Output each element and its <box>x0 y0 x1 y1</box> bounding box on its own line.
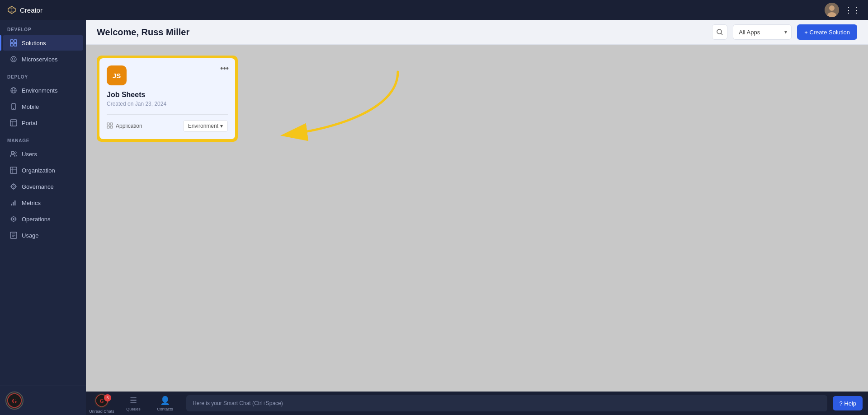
svg-point-17 <box>11 151 14 154</box>
svg-point-22 <box>11 184 16 189</box>
svg-rect-6 <box>14 43 17 46</box>
svg-rect-14 <box>10 120 17 126</box>
card-footer: Application Environment ▾ <box>107 114 228 132</box>
svg-point-18 <box>14 152 16 154</box>
top-nav-right: ⋮⋮ <box>825 3 861 17</box>
card-environment-button[interactable]: Environment ▾ <box>183 120 228 132</box>
sidebar-item-solutions[interactable]: Solutions <box>3 35 83 51</box>
microservices-icon <box>10 56 17 63</box>
sidebar-item-users[interactable]: Users <box>3 146 83 162</box>
operations-icon <box>10 215 17 223</box>
bottom-tab-queues[interactable]: ☰ Queues <box>118 392 149 415</box>
metrics-icon <box>10 199 17 206</box>
org-logo[interactable]: G <box>5 392 24 410</box>
sidebar-item-portal[interactable]: Portal <box>3 115 83 131</box>
sidebar-item-usage-label: Usage <box>22 232 39 239</box>
svg-rect-5 <box>10 43 13 46</box>
sidebar-item-metrics-label: Metrics <box>22 200 41 206</box>
card-menu-icon[interactable]: ••• <box>220 65 229 73</box>
sidebar-item-environments-label: Environments <box>22 87 57 94</box>
card-type-icon <box>107 122 113 130</box>
contacts-icon: 👤 <box>160 396 170 406</box>
queues-icon: ☰ <box>130 396 137 406</box>
chevron-down-icon: ▾ <box>220 123 223 129</box>
svg-rect-39 <box>107 123 109 125</box>
svg-point-28 <box>13 218 14 220</box>
solution-card[interactable]: ••• JS Job Sheets Created on Jan 23, 202… <box>99 58 235 139</box>
avatar[interactable] <box>825 3 839 17</box>
grid-icon[interactable]: ⋮⋮ <box>844 5 861 15</box>
sidebar-item-organization-label: Organization <box>22 167 55 174</box>
sidebar-item-mobile-label: Mobile <box>22 103 39 110</box>
search-button[interactable] <box>712 24 727 40</box>
bottom-bar: 5 G Unread Chats ☰ Queues 👤 Contacts <box>86 392 868 415</box>
card-type-label: Application <box>116 123 142 129</box>
svg-text:G: G <box>12 398 17 405</box>
sidebar-item-solutions-label: Solutions <box>22 40 46 47</box>
sidebar-item-organization[interactable]: Organization <box>3 163 83 178</box>
svg-rect-19 <box>10 167 17 173</box>
app-title: Creator <box>20 6 42 14</box>
sidebar-item-portal-label: Portal <box>22 120 37 126</box>
svg-rect-12 <box>12 103 15 110</box>
solutions-icon <box>10 39 17 47</box>
sidebar-section-deploy: DEPLOY <box>0 67 86 82</box>
svg-point-1 <box>829 5 835 11</box>
filter-select-wrapper: All Apps My Apps Shared <box>733 24 792 40</box>
mobile-icon <box>10 103 17 110</box>
svg-rect-42 <box>110 126 113 128</box>
svg-point-7 <box>11 56 16 62</box>
smart-chat-placeholder: Here is your Smart Chat (Ctrl+Space) <box>193 400 283 406</box>
organization-icon <box>10 167 17 174</box>
sidebar-item-mobile[interactable]: Mobile <box>3 99 83 114</box>
sidebar-item-microservices[interactable]: Microservices <box>3 51 83 67</box>
svg-point-37 <box>717 29 722 34</box>
sidebar: DEVELOP Solutions Microservices <box>0 20 86 415</box>
users-icon <box>10 150 17 158</box>
portal-icon <box>10 119 17 126</box>
sidebar-item-metrics[interactable]: Metrics <box>3 195 83 210</box>
card-avatar: JS <box>107 65 127 85</box>
bottom-tab-contacts[interactable]: 👤 Contacts <box>149 392 181 415</box>
content-body: ••• JS Job Sheets Created on Jan 23, 202… <box>86 45 868 392</box>
svg-rect-40 <box>110 123 113 125</box>
top-navigation: Creator ⋮⋮ <box>0 0 868 20</box>
page-title: Welcome, Russ Miller <box>97 27 189 37</box>
sidebar-section-manage: MANAGE <box>0 131 86 146</box>
svg-rect-3 <box>10 40 13 42</box>
sidebar-item-users-label: Users <box>22 151 37 158</box>
sidebar-bottom: G <box>0 386 86 415</box>
card-date: Created on Jan 23, 2024 <box>107 101 228 107</box>
usage-icon <box>10 232 17 239</box>
svg-rect-25 <box>13 202 14 205</box>
top-nav-left: Creator <box>7 5 42 14</box>
bottom-tab-contacts-label: Contacts <box>157 407 173 411</box>
sidebar-item-operations[interactable]: Operations <box>3 211 83 227</box>
header-actions: All Apps My Apps Shared + Create Solutio… <box>712 24 857 40</box>
svg-rect-41 <box>107 126 109 128</box>
svg-text:G: G <box>99 398 104 404</box>
main-layout: DEVELOP Solutions Microservices <box>0 20 868 415</box>
app-logo-icon <box>7 5 16 14</box>
bottom-tab-unread-chats[interactable]: 5 G Unread Chats <box>86 392 118 415</box>
svg-rect-4 <box>14 40 17 42</box>
solution-card-highlighted[interactable]: ••• JS Job Sheets Created on Jan 23, 202… <box>97 56 238 142</box>
smart-chat-input[interactable]: Here is your Smart Chat (Ctrl+Space) <box>186 395 827 411</box>
sidebar-item-operations-label: Operations <box>22 216 51 223</box>
sidebar-item-microservices-label: Microservices <box>22 56 57 63</box>
bottom-tab-unread-label: Unread Chats <box>89 409 114 414</box>
help-button[interactable]: ? Help <box>833 396 863 410</box>
sidebar-item-governance[interactable]: Governance <box>3 179 83 194</box>
svg-point-8 <box>12 58 15 61</box>
sidebar-item-environments[interactable]: Environments <box>3 83 83 98</box>
sidebar-item-usage[interactable]: Usage <box>3 228 83 243</box>
svg-rect-24 <box>11 204 12 205</box>
solutions-grid: ••• JS Job Sheets Created on Jan 23, 202… <box>97 56 857 142</box>
governance-icon <box>10 183 17 190</box>
filter-select[interactable]: All Apps My Apps Shared <box>733 24 792 40</box>
unread-chats-badge: 5 <box>104 394 111 401</box>
svg-line-38 <box>721 33 722 35</box>
create-solution-button[interactable]: + Create Solution <box>797 24 857 40</box>
content-header: Welcome, Russ Miller All Apps My Apps Sh… <box>86 20 868 45</box>
card-title: Job Sheets <box>107 91 228 99</box>
